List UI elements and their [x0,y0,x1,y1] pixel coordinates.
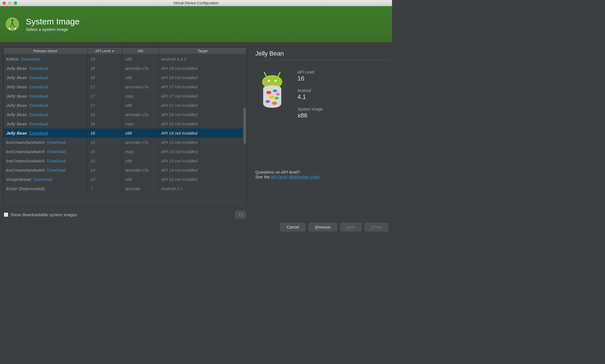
finish-button[interactable]: Finish [365,223,388,231]
api-distribution-link[interactable]: API level distribution chart [271,174,319,179]
release-name: Jelly Bean [6,112,27,117]
table-row[interactable]: Jelly Bean Download16x86API 16 not insta… [3,128,247,138]
download-link[interactable]: Download [47,168,66,172]
table-row[interactable]: Jelly Bean Download17x86API 17 not insta… [3,101,247,110]
table-row[interactable]: Jelly Bean Download16armeabi-v7aAPI 16 n… [3,110,247,119]
detail-panel: Jelly Bean [255,47,389,218]
window-title: Virtual Device Configuration [0,1,392,5]
download-link[interactable]: Download [29,103,48,108]
android-version-value: 4.1 [297,93,322,101]
table-row[interactable]: IceCreamSandwich Download15mipsAPI 15 no… [3,147,247,156]
release-name: Gingerbread [6,177,31,182]
table-row[interactable]: IceCreamSandwich Download14armeabi-v7aAP… [3,165,247,175]
download-link[interactable]: Download [21,57,40,61]
svg-point-10 [269,95,274,99]
svg-point-12 [265,100,270,103]
api-level-cell: 18 [88,73,122,82]
abi-cell: x86 [122,73,159,82]
download-link[interactable]: Download [29,121,48,126]
show-downloadable-checkbox[interactable]: ✓ Show downloadable system images [4,212,77,217]
col-abi[interactable]: ABI [122,48,159,54]
download-link[interactable]: Download [29,84,48,89]
col-target[interactable]: Target [159,48,247,54]
table-row[interactable]: IceCreamSandwich Download15x86API 15 not… [3,156,247,165]
table-row[interactable]: Jelly Bean Download17mipsAPI 17 not inst… [3,91,247,101]
table-row[interactable]: Gingerbread Download10x86API 10 not inst… [3,175,247,184]
api-level-cell: 10 [88,175,122,184]
target-cell: API 18 not installed [159,73,247,82]
wizard-header: System Image Select a system image [0,6,392,42]
svg-point-4 [14,28,16,30]
table-row[interactable]: Eclair (Deprecated)7armeabiAndroid 2.1 [3,184,247,193]
table-row[interactable]: KitKat Download19x86Android 4.4.2 [3,54,247,64]
table-row[interactable]: IceCreamSandwich Download15armeabi-v7aAP… [3,138,247,147]
abi-cell: armeabi-v7a [122,138,159,147]
target-cell: API 16 not installed [159,110,247,119]
android-version-label: Android [297,88,322,93]
download-link[interactable]: Download [29,112,48,117]
api-level-cell: 15 [88,156,122,165]
refresh-button[interactable] [235,211,246,218]
api-level-cell: 16 [88,128,122,138]
abi-cell: mips [122,147,159,156]
refresh-icon [238,212,243,217]
download-link[interactable]: Download [47,140,66,145]
table-row[interactable]: Jelly Bean Download17armeabi-v7aAPI 17 n… [3,82,247,91]
table-row[interactable]: Jelly Bean Download18armeabi-v7aAPI 18 n… [3,64,247,73]
download-link[interactable]: Download [47,149,66,154]
previous-button[interactable]: Previous [309,223,337,231]
col-release-name[interactable]: Release Name [3,48,88,54]
table-scrollbar[interactable] [243,54,247,208]
download-link[interactable]: Download [29,94,48,98]
jellybean-mascot-icon [255,69,289,114]
release-name: IceCreamSandwich [6,140,45,145]
system-image-value: x86 [297,112,322,119]
table-row[interactable]: Jelly Bean Download18x86API 18 not insta… [3,73,247,82]
target-cell: API 16 not installed [159,119,247,128]
cancel-button[interactable]: Cancel [280,223,306,231]
target-cell: API 17 not installed [159,82,247,91]
download-link[interactable]: Download [29,75,48,80]
release-name: Jelly Bean [6,94,27,98]
system-image-table[interactable]: Release Name API Level▼ ABI Target KitKa… [3,47,247,208]
abi-cell: armeabi-v7a [122,110,159,119]
help-see-prefix: See the [255,174,271,179]
svg-point-3 [9,28,11,30]
svg-point-1 [11,19,13,21]
api-level-cell: 15 [88,147,122,156]
scroll-thumb[interactable] [243,107,246,144]
release-name: IceCreamSandwich [6,149,45,154]
api-level-cell: 16 [88,119,122,128]
release-name: Jelly Bean [6,131,27,135]
api-level-label: API Level [297,70,322,74]
svg-point-6 [268,80,270,82]
release-name: Jelly Bean [6,66,27,71]
abi-cell: mips [122,119,159,128]
api-level-cell: 17 [88,101,122,110]
next-button[interactable]: Next [340,223,361,231]
svg-point-2 [12,22,13,24]
detail-title: Jelly Bean [255,50,389,60]
api-level-cell: 7 [88,184,122,193]
table-row[interactable]: Jelly Bean Download16mipsAPI 16 not inst… [3,119,247,128]
abi-cell: x86 [122,54,159,64]
abi-cell: x86 [122,128,159,138]
target-cell: API 18 not installed [159,64,247,73]
svg-point-9 [273,89,277,92]
release-name: Jelly Bean [6,121,27,126]
download-link[interactable]: Download [47,158,66,163]
abi-cell: x86 [122,101,159,110]
download-link[interactable]: Download [33,177,52,182]
svg-point-11 [274,97,279,100]
checkbox-label: Show downloadable system images [10,212,77,217]
release-name: Jelly Bean [6,103,27,108]
target-cell: API 17 not installed [159,101,247,110]
download-link[interactable]: Download [29,66,48,71]
release-name: Jelly Bean [6,84,27,89]
col-api-level[interactable]: API Level▼ [88,48,122,54]
download-link[interactable]: Download [29,131,48,135]
target-cell: API 15 not installed [159,147,247,156]
abi-cell: x86 [122,156,159,165]
svg-point-8 [266,91,271,94]
system-image-label: System Image [297,107,322,111]
